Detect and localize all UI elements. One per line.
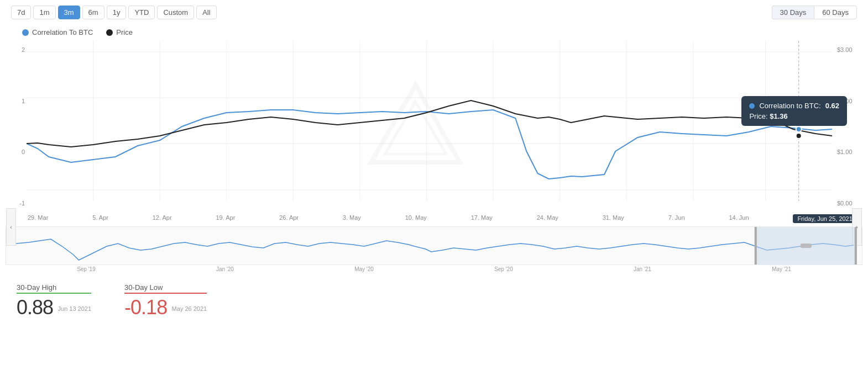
main-chart-wrapper: 2 1 0 -1 $3.00 $2.00 $1.00 $0.00 [6,41,862,212]
stat-low-value-row: -0.18 May 26 2021 [124,296,207,319]
stat-high-label: 30-Day High [17,283,91,294]
x-label-4: 26. Apr [279,214,299,223]
mini-x-may20: May '20 [354,266,374,272]
stat-low: 30-Day Low -0.18 May 26 2021 [124,283,207,319]
y-axis-left: 2 1 0 -1 [6,41,25,212]
legend-dot-black [106,29,113,36]
mini-chart-svg [6,227,862,265]
stat-low-label: 30-Day Low [124,283,207,294]
stat-high-date: Jun 13 2021 [58,305,92,312]
chart-container: 7d 1m 3m 6m 1y YTD Custom All 30 Days 60… [0,0,868,325]
tooltip-dot-blue [749,103,755,109]
y-right-0: $0.00 [837,200,862,207]
svg-point-19 [796,126,802,132]
x-label-9: 31. May [603,214,624,223]
stat-high: 30-Day High 0.88 Jun 13 2021 [17,283,91,319]
x-label-2: 12. Apr [153,214,172,223]
legend: Correlation To BTC Price [0,25,868,41]
svg-rect-23 [855,227,857,265]
tooltip-price-value: $1.36 [770,112,788,120]
tooltip-price-row: Price: $1.36 [749,112,839,120]
time-buttons-left: 7d 1m 3m 6m 1y YTD Custom All [11,6,217,19]
svg-rect-24 [801,244,812,248]
stat-high-value: 0.88 [17,296,53,319]
stat-low-value: -0.18 [124,296,167,319]
y-right-3: $3.00 [837,46,862,53]
stat-high-value-row: 0.88 Jun 13 2021 [17,296,91,319]
x-label-date: Friday, Jun 25, 2021 [793,214,856,223]
time-btn-7d[interactable]: 7d [11,6,31,19]
time-btn-3m[interactable]: 3m [58,6,80,19]
tooltip-correlation-value: 0.62 [825,102,839,110]
x-label-11: 14. Jun [729,214,749,223]
svg-point-20 [796,133,802,139]
mini-x-jan21: Jan '21 [634,266,651,272]
x-label-3: 19. Apr [216,214,235,223]
y-right-1: $1.00 [837,149,862,155]
legend-correlation: Correlation To BTC [22,28,93,36]
mini-x-may21: May '21 [772,266,791,272]
legend-correlation-label: Correlation To BTC [32,28,93,36]
legend-price-label: Price [116,28,133,36]
mini-x-jan20: Jan '20 [216,266,234,272]
time-controls: 7d 1m 3m 6m 1y YTD Custom All 30 Days 60… [0,6,868,25]
correlation-line [27,110,832,179]
mini-chart-wrapper: ‹ › [6,226,862,265]
tooltip-correlation-row: Correlation to BTC: 0.62 [749,102,839,110]
days-30-btn[interactable]: 30 Days [772,6,814,19]
x-label-1: 5. Apr [92,214,108,223]
x-label-6: 10. May [405,214,427,223]
time-btn-6m[interactable]: 6m [82,6,104,19]
svg-rect-22 [755,227,757,265]
tooltip-box: Correlation to BTC: 0.62 Price: $1.36 [741,96,847,126]
svg-marker-15 [371,85,460,162]
x-label-7: 17. May [471,214,493,223]
y-label-1: 1 [6,98,25,104]
x-label-8: 24. May [537,214,558,223]
time-buttons-right: 30 Days 60 Days [772,6,857,19]
x-label-0: 29. Mar [28,214,48,223]
mini-x-axis: Sep '19 Jan '20 May '20 Sep '20 Jan '21 … [0,265,868,273]
chart-area [27,41,832,212]
tooltip-price-label: Price: [749,112,767,120]
time-btn-all[interactable]: All [196,6,216,19]
tooltip-correlation-label: Correlation to BTC: [759,102,820,110]
time-btn-1y[interactable]: 1y [107,6,127,19]
days-60-btn[interactable]: 60 Days [814,6,857,19]
legend-price: Price [106,28,133,36]
x-label-10: 7. Jun [668,214,685,223]
mini-correlation-line [16,239,854,260]
stats-bar: 30-Day High 0.88 Jun 13 2021 30-Day Low … [0,273,868,325]
stat-low-date: May 26 2021 [172,305,207,312]
y-axis-right: $3.00 $2.00 $1.00 $0.00 [835,41,862,212]
mini-x-sep19: Sep '19 [77,266,96,272]
x-label-5: 3. May [343,214,361,223]
legend-dot-blue [22,29,29,36]
x-axis: 29. Mar 5. Apr 12. Apr 19. Apr 26. Apr 3… [0,212,868,225]
y-label-2: 2 [6,46,25,53]
time-btn-custom[interactable]: Custom [157,6,194,19]
main-chart-svg [27,41,832,212]
y-label-neg1: -1 [6,200,25,207]
time-btn-ytd[interactable]: YTD [128,6,155,19]
y-label-0: 0 [6,149,25,155]
mini-x-sep20: Sep '20 [494,266,513,272]
time-btn-1m[interactable]: 1m [33,6,55,19]
